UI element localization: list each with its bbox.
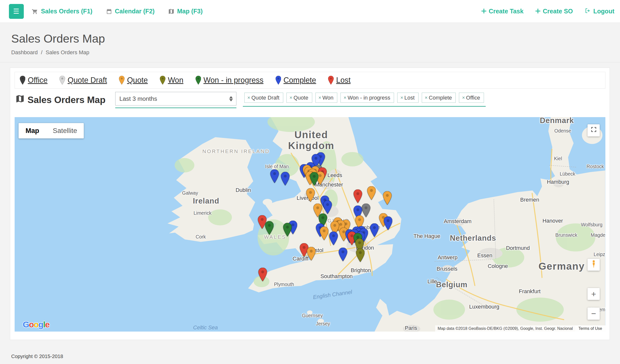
nav-label: Calendar (F2) <box>115 8 155 15</box>
page-header: Sales Orders Map Dashboard / Sales Order… <box>0 23 620 62</box>
legend-label: Won - in progress <box>203 76 263 85</box>
satellite-view-button[interactable]: Satellite <box>46 123 84 138</box>
remove-tag-icon[interactable]: × <box>318 95 321 101</box>
remove-tag-icon[interactable]: × <box>289 95 292 101</box>
plus-icon <box>535 8 540 15</box>
marker-pin-icon <box>119 76 125 85</box>
filter-tag[interactable]: ×Quote Draft <box>244 93 283 103</box>
nav-actions: Create Task Create SO Logout <box>481 8 614 15</box>
marker-pin-icon <box>276 76 281 85</box>
remove-tag-icon[interactable]: × <box>344 95 346 101</box>
main-nav: Sales Orders (F1) Calendar (F2) Map (F3) <box>32 8 203 15</box>
filter-tag[interactable]: ×Complete <box>422 93 456 103</box>
marker-pin-icon <box>160 76 166 85</box>
logout-icon <box>585 8 591 15</box>
filter-tag[interactable]: ×Won - in progress <box>340 93 394 103</box>
map-marker[interactable] <box>283 223 292 238</box>
map-type-control: Map Satellite <box>19 123 84 138</box>
map-marker[interactable] <box>281 172 290 187</box>
land-ireland <box>168 137 255 242</box>
remove-tag-icon[interactable]: × <box>425 95 427 101</box>
marker-pin-icon <box>196 76 201 85</box>
legend-label: Office <box>28 76 48 85</box>
legend-label: Quote <box>127 76 148 85</box>
map-marker[interactable] <box>320 227 329 242</box>
map-marker[interactable] <box>323 200 332 215</box>
logout-button[interactable]: Logout <box>585 8 614 15</box>
legend-label: Quote Draft <box>68 76 107 85</box>
nav-map[interactable]: Map (F3) <box>168 8 203 15</box>
nav-label: Map (F3) <box>177 8 203 15</box>
legend-item[interactable]: Complete <box>276 76 316 85</box>
legend-item[interactable]: Quote Draft <box>59 76 107 85</box>
map-marker[interactable] <box>306 188 315 203</box>
remove-tag-icon[interactable]: × <box>462 95 465 101</box>
map-icon <box>168 8 174 14</box>
filter-tag[interactable]: ×Office <box>459 93 484 103</box>
create-task-button[interactable]: Create Task <box>481 8 524 15</box>
zoom-in-button[interactable]: + <box>588 288 600 300</box>
map-icon <box>16 94 25 105</box>
remove-tag-icon[interactable]: × <box>247 95 250 101</box>
nav-sales-orders[interactable]: Sales Orders (F1) <box>32 8 92 15</box>
breadcrumb-dashboard[interactable]: Dashboard <box>11 49 38 56</box>
breadcrumb-current: Sales Orders Map <box>46 49 89 56</box>
app-root: ☰ Sales Orders (F1) Calendar (F2) Map (F… <box>0 0 620 364</box>
panel-title: Sales Orders Map <box>16 94 106 105</box>
legend-item[interactable]: Quote <box>119 76 148 85</box>
map-marker[interactable] <box>265 221 274 236</box>
create-so-button[interactable]: Create SO <box>535 8 573 15</box>
map-marker[interactable] <box>329 232 338 247</box>
street-view-pegman[interactable] <box>588 259 600 271</box>
map-marker[interactable] <box>356 248 365 263</box>
legend-item[interactable]: Lost <box>328 76 350 85</box>
map-data-attribution: Map data ©2018 GeoBasis-DE/BKG (©2009), … <box>435 325 575 332</box>
map-marker[interactable] <box>370 223 379 238</box>
map-marker[interactable] <box>258 268 267 283</box>
map-marker[interactable] <box>310 172 319 187</box>
map-marker[interactable] <box>367 186 376 201</box>
remove-tag-icon[interactable]: × <box>400 95 403 101</box>
breadcrumb-separator: / <box>41 49 42 56</box>
map-marker[interactable] <box>353 189 362 205</box>
marker-pin-icon <box>20 76 26 85</box>
marker-pin-icon <box>59 76 65 85</box>
fullscreen-icon <box>591 126 597 134</box>
fullscreen-button[interactable] <box>588 124 600 136</box>
map-marker[interactable] <box>383 191 392 206</box>
select-spinner-icon <box>229 96 233 101</box>
legend-label: Complete <box>283 76 316 85</box>
map-attribution: Map data ©2018 GeoBasis-DE/BKG (©2009), … <box>435 325 605 332</box>
legend-item[interactable]: Office <box>20 76 48 85</box>
page-title: Sales Orders Map <box>11 32 620 45</box>
period-select-wrap: Last 3 months <box>115 92 236 108</box>
legend-item[interactable]: Won <box>160 76 183 85</box>
cart-icon <box>32 8 38 15</box>
filter-tag[interactable]: ×Lost <box>397 93 418 103</box>
period-select[interactable]: Last 3 months <box>115 92 236 105</box>
map-canvas[interactable]: United KingdomNORTHERN IRELANDIsle of Ma… <box>15 117 605 332</box>
legend-item[interactable]: Won - in progress <box>196 76 263 85</box>
sales-orders-map-panel: OfficeQuote DraftQuoteWonWon - in progre… <box>10 68 610 340</box>
legend-label: Won <box>168 76 183 85</box>
filter-tag[interactable]: ×Won <box>315 93 338 103</box>
map-marker[interactable] <box>270 169 279 184</box>
zoom-out-button[interactable]: − <box>588 308 600 320</box>
legend-label: Lost <box>336 76 351 85</box>
filter-tags: ×Quote Draft×Quote×Won×Won - in progress… <box>243 92 486 107</box>
nav-calendar[interactable]: Calendar (F2) <box>106 8 155 15</box>
top-navbar: ☰ Sales Orders (F1) Calendar (F2) Map (F… <box>0 0 620 23</box>
plus-icon <box>481 8 486 15</box>
menu-toggle-button[interactable]: ☰ <box>9 4 24 19</box>
terms-of-use-link[interactable]: Terms of Use <box>575 325 605 332</box>
hamburger-icon: ☰ <box>13 7 19 15</box>
filter-tag[interactable]: ×Quote <box>286 93 312 103</box>
map-marker[interactable] <box>339 248 348 263</box>
map-view-button[interactable]: Map <box>19 123 46 138</box>
pegman-icon <box>591 260 597 269</box>
period-select-value: Last 3 months <box>119 95 229 102</box>
marker-pin-icon <box>328 76 334 85</box>
breadcrumb: Dashboard / Sales Orders Map <box>11 49 620 56</box>
map-marker[interactable] <box>307 247 316 262</box>
map-marker[interactable] <box>384 216 393 232</box>
